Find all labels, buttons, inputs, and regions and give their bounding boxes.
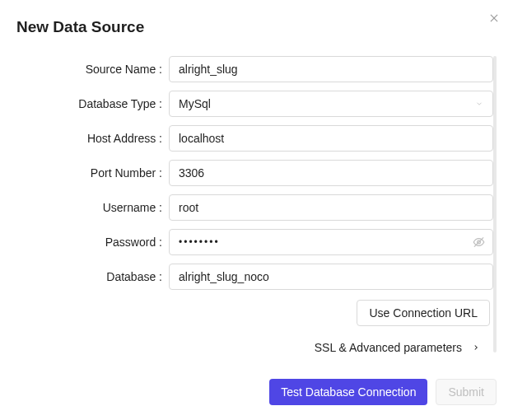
- label-username: Username: [16, 201, 169, 214]
- use-connection-url-button[interactable]: Use Connection URL: [357, 300, 490, 326]
- database-type-value: MySql: [179, 97, 211, 110]
- host-address-input[interactable]: [169, 125, 493, 152]
- ssl-advanced-label: SSL & Advanced parameters: [315, 341, 462, 354]
- close-button[interactable]: [487, 12, 501, 26]
- password-input[interactable]: [169, 229, 493, 255]
- ssl-advanced-toggle[interactable]: SSL & Advanced parameters: [315, 341, 480, 354]
- modal-title: New Data Source: [16, 18, 497, 36]
- username-input[interactable]: [169, 194, 493, 221]
- connection-url-row: Use Connection URL: [16, 300, 493, 326]
- row-port-number: Port Number: [16, 160, 493, 186]
- form-container: Source Name Database Type MySql Host A: [16, 56, 497, 354]
- label-source-name: Source Name: [16, 63, 169, 76]
- row-source-name: Source Name: [16, 56, 493, 82]
- row-username: Username: [16, 194, 493, 221]
- close-icon: [488, 12, 500, 26]
- row-database: Database: [16, 264, 493, 290]
- database-input[interactable]: [169, 264, 493, 290]
- submit-button[interactable]: Submit: [436, 379, 497, 405]
- chevron-right-icon: [472, 341, 480, 354]
- eye-off-icon[interactable]: [473, 236, 485, 249]
- ssl-advanced-row: SSL & Advanced parameters: [16, 341, 493, 354]
- label-database-type: Database Type: [16, 97, 169, 110]
- chevron-down-icon: [475, 100, 483, 108]
- test-connection-button[interactable]: Test Database Connection: [269, 379, 427, 405]
- label-host-address: Host Address: [16, 132, 169, 145]
- label-port-number: Port Number: [16, 166, 169, 180]
- row-password: Password: [16, 229, 493, 255]
- new-datasource-modal: New Data Source Source Name Database Typ…: [0, 0, 513, 420]
- modal-footer: Test Database Connection Submit: [269, 379, 497, 405]
- label-password: Password: [16, 236, 169, 249]
- label-database: Database: [16, 270, 169, 283]
- row-database-type: Database Type MySql: [16, 91, 493, 117]
- port-number-input[interactable]: [169, 160, 493, 186]
- row-host-address: Host Address: [16, 125, 493, 152]
- database-type-select[interactable]: MySql: [169, 91, 493, 117]
- source-name-input[interactable]: [169, 56, 493, 82]
